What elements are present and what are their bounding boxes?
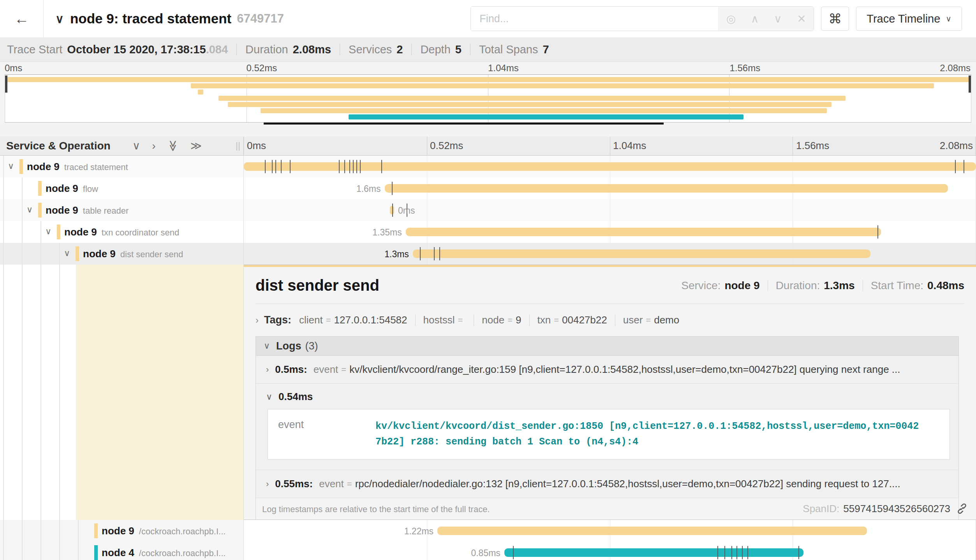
- span-row[interactable]: ∨node 9dist sender send1.3ms: [0, 243, 976, 265]
- copy-link-icon[interactable]: [956, 502, 968, 515]
- collapse-header-chevron-icon[interactable]: ∨: [55, 12, 64, 26]
- next-result-icon[interactable]: ∨: [774, 12, 782, 25]
- locate-icon[interactable]: ◎: [726, 12, 736, 25]
- trace-view-selector[interactable]: Trace Timeline ∨: [856, 7, 962, 31]
- log-marker-tick[interactable]: [290, 160, 291, 173]
- trace-summary-bar: Trace StartOctober 15 2020, 17:38:15.084…: [0, 37, 976, 62]
- logs-accordion-header[interactable]: ∨ Logs (3): [256, 337, 958, 356]
- log-marker-tick[interactable]: [724, 546, 725, 559]
- span-row[interactable]: node 9flow1.6ms: [0, 177, 976, 199]
- expand-one-icon[interactable]: ›: [152, 140, 155, 151]
- log-marker-tick[interactable]: [356, 160, 357, 173]
- log-entry-collapsed[interactable]: ›0.5ms:event=kv/kvclient/kvcoord/range_i…: [256, 356, 958, 384]
- equals-sign: =: [458, 315, 463, 325]
- log-marker-tick[interactable]: [275, 160, 276, 173]
- log-marker-tick[interactable]: [360, 160, 361, 173]
- span-row-timeline-cell[interactable]: 1.6ms: [244, 177, 976, 199]
- span-row-name-cell[interactable]: node 9/cockroach.roachpb.I...: [0, 520, 244, 542]
- start-time-value: 0.48ms: [927, 279, 964, 292]
- collapse-all-icon[interactable]: ≫: [167, 140, 178, 151]
- log-marker-tick[interactable]: [381, 160, 382, 173]
- log-marker-tick[interactable]: [742, 546, 743, 559]
- summary-item-value: 2.08ms: [293, 43, 331, 56]
- log-marker-tick[interactable]: [798, 546, 799, 559]
- log-marker-tick[interactable]: [265, 160, 266, 173]
- minimap-scroll-strip: [0, 123, 976, 137]
- tree-indent-guide: [22, 221, 23, 243]
- clear-search-icon[interactable]: ✕: [797, 12, 806, 25]
- log-marker-tick[interactable]: [349, 160, 350, 173]
- span-row-timeline-cell[interactable]: 1.22ms: [244, 520, 976, 542]
- service-color-bar: [57, 225, 60, 239]
- summary-item-label: Duration: [245, 43, 288, 56]
- minimap-canvas[interactable]: [5, 74, 971, 123]
- log-marker-tick[interactable]: [344, 160, 345, 173]
- log-entry-expanded: ∨0.54mseventkv/kvclient/kvcoord/dist_sen…: [256, 384, 958, 470]
- span-row[interactable]: node 4/cockroach.roachpb.I...0.85ms: [0, 542, 976, 560]
- prev-result-icon[interactable]: ∧: [751, 12, 759, 25]
- minimap-scroll-indicator[interactable]: [264, 123, 664, 125]
- log-marker-tick[interactable]: [392, 182, 393, 195]
- log-key-value-table: eventkv/kvclient/kvcoord/dist_sender.go:…: [268, 409, 950, 460]
- expand-all-icon[interactable]: ≫: [190, 140, 202, 151]
- log-field-key: event: [314, 363, 338, 376]
- log-marker-tick[interactable]: [513, 546, 514, 559]
- keyboard-shortcuts-button[interactable]: ⌘: [821, 7, 849, 31]
- find-input[interactable]: [471, 7, 718, 31]
- log-marker-tick[interactable]: [281, 160, 282, 173]
- span-row-timeline-cell[interactable]: 1.35ms: [244, 221, 976, 243]
- log-marker-tick[interactable]: [420, 247, 421, 260]
- tags-accordion[interactable]: › Tags: client=127.0.0.1:54582hostssl=no…: [255, 314, 964, 326]
- span-expander-chevron-icon[interactable]: ∨: [45, 226, 51, 237]
- log-marker-tick[interactable]: [434, 247, 435, 260]
- span-duration-bar[interactable]: [413, 249, 870, 258]
- span-row-name-cell[interactable]: node 4/cockroach.roachpb.I...: [0, 542, 244, 560]
- span-expander-chevron-icon[interactable]: ∨: [8, 161, 14, 171]
- log-marker-tick[interactable]: [877, 225, 878, 239]
- log-marker-tick[interactable]: [736, 546, 737, 559]
- jaeger-trace-view: ← ∨ node 9: traced statement 6749717 ◎ ∧…: [0, 0, 976, 560]
- minimap-right-scrubber[interactable]: [969, 75, 971, 93]
- tree-indent-guide: [59, 265, 60, 520]
- span-detail-row: dist sender send Service: node 9 Duratio…: [0, 265, 976, 520]
- span-row-timeline-cell[interactable]: 1.3ms: [244, 243, 976, 265]
- log-marker-tick[interactable]: [392, 204, 393, 217]
- span-row[interactable]: node 9/cockroach.roachpb.I...1.22ms: [0, 520, 976, 542]
- span-row-name-cell[interactable]: ∨node 9table reader: [0, 199, 244, 221]
- span-expander-chevron-icon[interactable]: ∨: [64, 248, 70, 258]
- span-row-timeline-cell[interactable]: [244, 156, 976, 177]
- span-id-value: 5597415943526560273: [843, 503, 950, 515]
- tree-indent-guide: [3, 520, 4, 542]
- span-expander-chevron-icon[interactable]: ∨: [26, 205, 33, 215]
- log-marker-tick[interactable]: [339, 160, 340, 173]
- span-duration-bar[interactable]: [406, 228, 881, 236]
- log-marker-tick[interactable]: [964, 160, 964, 173]
- log-marker-tick[interactable]: [717, 546, 718, 559]
- tag-item: node=9: [482, 314, 521, 326]
- span-row[interactable]: ∨node 9table reader0ms: [0, 199, 976, 221]
- log-marker-tick[interactable]: [272, 160, 273, 173]
- column-resizer-grip[interactable]: [236, 142, 240, 151]
- log-marker-tick[interactable]: [353, 160, 354, 173]
- span-row[interactable]: ∨node 9traced statement: [0, 156, 976, 177]
- log-entry-expanded-header[interactable]: ∨0.54ms: [256, 384, 958, 405]
- span-row-timeline-cell[interactable]: 0.85ms: [244, 542, 976, 560]
- span-duration-bar[interactable]: [385, 184, 948, 193]
- span-row-name-cell[interactable]: node 9flow: [0, 177, 244, 199]
- minimap-left-scrubber[interactable]: [5, 75, 7, 93]
- span-duration-bar[interactable]: [437, 527, 867, 535]
- span-row[interactable]: ∨node 9txn coordinator send1.35ms: [0, 221, 976, 243]
- span-duration-label: 1.6ms: [356, 184, 381, 194]
- log-entry-collapsed[interactable]: ›0.55ms:event=rpc/nodedialer/nodedialer.…: [256, 470, 958, 498]
- span-row-name-cell[interactable]: ∨node 9dist sender send: [0, 243, 244, 265]
- span-row-timeline-cell[interactable]: 0ms: [244, 199, 976, 221]
- span-duration-bar[interactable]: [504, 548, 803, 557]
- back-button[interactable]: ←: [0, 0, 44, 37]
- span-row-name-cell[interactable]: ∨node 9txn coordinator send: [0, 221, 244, 243]
- log-marker-tick[interactable]: [747, 546, 748, 559]
- log-marker-tick[interactable]: [439, 247, 440, 260]
- collapse-one-icon[interactable]: ∨: [132, 140, 141, 151]
- log-marker-tick[interactable]: [955, 160, 956, 173]
- log-marker-tick[interactable]: [731, 546, 732, 559]
- span-row-name-cell[interactable]: ∨node 9traced statement: [0, 156, 244, 177]
